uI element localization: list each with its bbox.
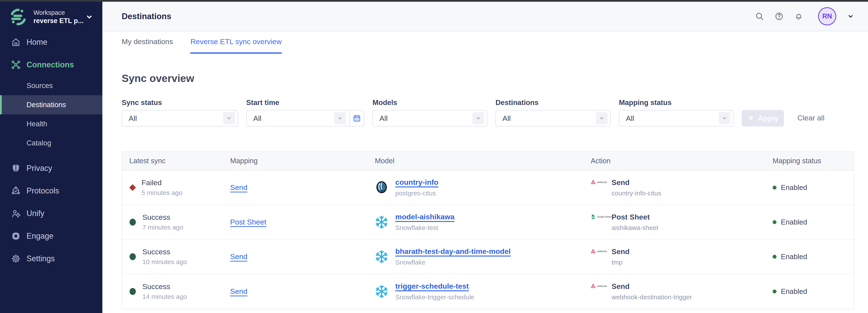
sidebar-item-label: Protocols — [27, 186, 59, 195]
model-link[interactable]: bharath-test-day-and-time-model — [395, 247, 511, 255]
mapping-status-value: Enabled — [781, 253, 807, 261]
failed-status-icon — [129, 184, 136, 191]
workspace-text: Workspace reverse ETL p... — [33, 9, 84, 25]
chevron-down-icon[interactable] — [847, 13, 854, 20]
column-header-model: Model — [375, 157, 591, 165]
webhooks-icon — [591, 249, 596, 254]
notifications-bell-icon[interactable] — [794, 12, 803, 21]
select-value: All — [129, 114, 223, 123]
workspace-switcher[interactable]: Workspace reverse ETL p... — [0, 2, 102, 27]
sidebar-item-settings[interactable]: Settings — [0, 247, 102, 270]
header-actions: RN — [755, 7, 854, 25]
sidebar-item-health[interactable]: Health — [0, 114, 102, 133]
model-link[interactable]: trigger-schedule-test — [395, 282, 469, 290]
search-icon[interactable] — [755, 12, 764, 21]
select-value: All — [502, 114, 596, 123]
mapping-status-value: Enabled — [781, 287, 807, 295]
mapping-cell: Send — [230, 252, 375, 261]
workspace-label: Workspace — [33, 9, 84, 17]
sidebar-item-sources[interactable]: Sources — [0, 76, 102, 95]
sidebar-item-label: Unify — [27, 209, 44, 218]
latest-sync-cell: Success 10 minutes ago — [129, 248, 230, 265]
sidebar: Workspace reverse ETL p... Home — [0, 2, 102, 313]
section-heading: Sync overview — [122, 72, 868, 84]
chevron-down-icon — [472, 112, 484, 124]
action-destination: tmp — [612, 259, 629, 266]
sidebar-item-label: Destinations — [27, 101, 66, 109]
filter-bar: Sync status All Start time All — [102, 84, 868, 126]
action-destination: webhook-destination-trigger — [612, 293, 692, 301]
destination-logo-label: webhooks — [597, 250, 607, 253]
sync-status: Success — [142, 213, 183, 221]
destination-logo-label: webhooks — [597, 181, 607, 183]
filter-mapping-status: Mapping status All — [619, 98, 734, 126]
table-header-row: Latest sync Mapping Model Action Mapping… — [122, 152, 854, 170]
chevron-down-icon — [85, 13, 93, 21]
clear-all-button[interactable]: Clear all — [797, 114, 825, 122]
filter-label: Models — [372, 98, 487, 107]
action-cell: webhooks Send webhook-destination-trigge… — [591, 282, 773, 301]
filter-label: Destinations — [496, 98, 611, 107]
sync-time: 10 minutes ago — [142, 258, 187, 265]
tab-reverse-etl-sync-overview[interactable]: Reverse ETL sync overview — [190, 37, 282, 54]
nav-divider — [0, 153, 102, 157]
mapping-status-value: Enabled — [781, 183, 807, 192]
mapping-link[interactable]: Send — [230, 252, 247, 261]
sync-time: 5 minutes ago — [142, 189, 182, 196]
webhooks-logo: webhooks — [591, 249, 612, 254]
filter-start-time: Start time All — [246, 98, 364, 126]
model-link[interactable]: country-info — [395, 178, 438, 186]
action-cell: webhooks Send country-info-citus — [591, 178, 773, 197]
sidebar-item-connections[interactable]: Connections — [0, 54, 102, 76]
sidebar-item-unify[interactable]: Unify — [0, 202, 102, 225]
action-cell: webhooks Send tmp — [591, 247, 773, 266]
chevron-down-icon — [596, 112, 608, 124]
enabled-dot-icon — [773, 186, 776, 190]
destinations-select[interactable]: All — [496, 110, 611, 126]
sidebar-item-catalog[interactable]: Catalog — [0, 133, 102, 153]
home-icon — [11, 37, 21, 47]
snowflake-icon — [375, 285, 389, 298]
sidebar-item-privacy[interactable]: Privacy — [0, 157, 102, 180]
sync-table: Latest sync Mapping Model Action Mapping… — [122, 151, 854, 309]
table-row: Failed 5 minutes ago Send country-info p… — [122, 170, 854, 205]
app-window: Workspace reverse ETL p... Home — [0, 0, 868, 313]
avatar[interactable]: RN — [818, 7, 836, 25]
calendar-icon[interactable] — [349, 111, 364, 126]
mapping-link[interactable]: Post Sheet — [230, 218, 266, 226]
enabled-dot-icon — [773, 289, 776, 293]
tab-my-destinations[interactable]: My destinations — [122, 37, 173, 54]
column-header-latest-sync: Latest sync — [129, 157, 230, 165]
sidebar-item-engage[interactable]: Engage — [0, 225, 102, 247]
models-select[interactable]: All — [372, 110, 487, 126]
mapping-link[interactable]: Send — [230, 183, 247, 191]
sidebar-item-label: Connections — [27, 60, 74, 69]
latest-sync-cell: Success 14 minutes ago — [129, 282, 230, 301]
webhooks-logo: webhooks — [591, 284, 612, 289]
model-link[interactable]: model-aishikawa — [395, 213, 455, 221]
filter-icon — [747, 115, 754, 122]
sidebar-item-destinations[interactable]: Destinations — [0, 95, 102, 114]
help-icon[interactable] — [775, 12, 784, 21]
column-header-mapping-status: Mapping status — [773, 157, 854, 165]
action-destination: aishikawa-sheet — [612, 224, 658, 231]
start-time-select[interactable]: All — [246, 110, 364, 126]
filter-sync-status: Sync status All — [122, 98, 238, 126]
table-row: Success 10 minutes ago Send bharath-test… — [122, 240, 854, 274]
chevron-down-icon — [334, 112, 346, 124]
apply-button-label: Apply — [758, 114, 778, 123]
mapping-status-cell: Enabled — [773, 218, 854, 226]
unify-icon — [11, 209, 21, 218]
mapping-status-select[interactable]: All — [619, 110, 734, 126]
filter-label: Mapping status — [619, 98, 734, 107]
model-cell: country-info postgres-citus — [375, 178, 591, 197]
sync-status-select[interactable]: All — [122, 110, 238, 126]
sidebar-item-home[interactable]: Home — [0, 31, 102, 54]
workspace-name: reverse ETL p... — [33, 17, 84, 25]
mapping-link[interactable]: Send — [230, 287, 247, 295]
sidebar-item-protocols[interactable]: Protocols — [0, 180, 102, 202]
select-value: All — [379, 114, 472, 123]
apply-button[interactable]: Apply — [742, 110, 784, 126]
model-cell: trigger-schedule-test Snowflake-trigger-… — [375, 282, 591, 301]
window-top-strip — [0, 0, 868, 2]
